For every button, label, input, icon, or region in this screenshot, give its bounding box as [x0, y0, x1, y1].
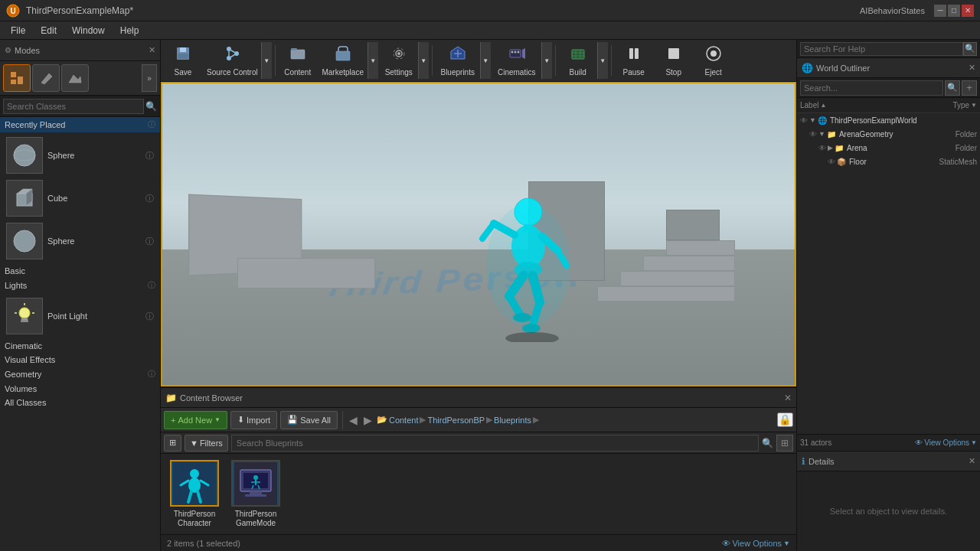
- cinematics-icon: [508, 45, 525, 67]
- forward-button[interactable]: ▶: [362, 414, 374, 426]
- marketplace-button[interactable]: Marketplace: [318, 42, 368, 79]
- source-control-button[interactable]: Source Control: [204, 42, 261, 79]
- content-browser-toolbar: + Add New ▼ ⬇ Import 💾 Save All ◀ ▶ 📂 C: [161, 408, 796, 432]
- basic-category[interactable]: Basic: [0, 264, 160, 278]
- wo-arena-geo-type: Folder: [916, 130, 977, 139]
- modes-close-button[interactable]: ✕: [149, 45, 155, 55]
- wo-type-column[interactable]: Type ▼: [916, 101, 977, 109]
- expand-icon-world[interactable]: ▼: [809, 116, 816, 124]
- view-toggle-icon: ⊞: [169, 438, 176, 448]
- cinematics-arrow[interactable]: ▼: [541, 42, 552, 79]
- cinematic-category[interactable]: Cinematic: [0, 339, 160, 353]
- geometry-category[interactable]: Geometry ⓘ: [0, 367, 160, 382]
- world-outliner-search-input[interactable]: [800, 80, 943, 96]
- world-outliner-columns: Label ▲ Type ▼: [797, 98, 980, 113]
- search-classes-input[interactable]: [3, 99, 144, 114]
- path-content[interactable]: Content: [389, 416, 419, 425]
- placement-mode-button[interactable]: [3, 64, 31, 92]
- expand-icon-arena[interactable]: ▶: [828, 144, 833, 152]
- recently-placed-category[interactable]: Recently Placed ⓘ: [0, 117, 160, 132]
- volumes-category[interactable]: Volumes: [0, 382, 160, 396]
- sphere2-info-icon[interactable]: ⓘ: [145, 236, 154, 247]
- lights-category[interactable]: Lights ⓘ: [0, 278, 160, 293]
- placement-item-light[interactable]: Point Light ⓘ: [3, 296, 157, 336]
- placement-item-sphere[interactable]: Sphere ⓘ: [3, 135, 157, 175]
- minimize-button[interactable]: ─: [934, 5, 946, 17]
- asset-third-person-character[interactable]: ThirdPerson Character: [167, 460, 222, 528]
- svg-rect-4: [11, 72, 16, 77]
- build-arrow[interactable]: ▼: [597, 42, 608, 79]
- maximize-button[interactable]: □: [948, 5, 960, 17]
- viewport[interactable]: Third Person: [161, 82, 796, 386]
- visual-effects-category[interactable]: Visual Effects: [0, 353, 160, 367]
- cube-info-icon[interactable]: ⓘ: [145, 193, 154, 204]
- light-info-icon[interactable]: ⓘ: [145, 311, 154, 322]
- modes-expand-button[interactable]: »: [142, 64, 157, 92]
- vis-eye-icon-floor: 👁: [828, 158, 835, 166]
- menu-window[interactable]: Window: [64, 24, 113, 37]
- svg-rect-74: [245, 494, 266, 497]
- window-controls[interactable]: ─ □ ✕: [934, 5, 974, 17]
- placement-item-cube[interactable]: Cube ⓘ: [3, 178, 157, 218]
- expand-icon-arena-geo[interactable]: ▼: [818, 130, 825, 138]
- menu-edit[interactable]: Edit: [33, 24, 64, 37]
- details-body: Select an object to view details.: [797, 471, 980, 551]
- marketplace-group: Marketplace ▼: [318, 42, 378, 79]
- menu-help[interactable]: Help: [113, 24, 147, 37]
- content-browser-close-button[interactable]: ✕: [784, 393, 792, 403]
- save-button[interactable]: Save: [164, 42, 202, 79]
- settings-arrow[interactable]: ▼: [418, 42, 429, 79]
- save-all-button[interactable]: 💾 Save All: [280, 411, 338, 429]
- wo-row-world[interactable]: 👁 ▼ 🌐 ThirdPersonExamplWorld: [797, 113, 980, 127]
- content-button[interactable]: Content: [279, 42, 317, 79]
- help-search-input[interactable]: [800, 42, 963, 56]
- lock-button[interactable]: 🔒: [777, 412, 793, 427]
- cb-view-options-button[interactable]: 👁 View Options ▼: [722, 539, 790, 548]
- close-button[interactable]: ✕: [962, 5, 974, 17]
- marketplace-arrow[interactable]: ▼: [368, 42, 378, 79]
- build-button[interactable]: Build: [559, 42, 597, 79]
- content-browser-icon: 📁: [165, 393, 177, 403]
- search-classes-bar: 🔍: [0, 96, 160, 117]
- help-search-button[interactable]: 🔍: [963, 42, 977, 56]
- stop-button[interactable]: Stop: [655, 42, 693, 79]
- paint-mode-button[interactable]: [32, 64, 60, 92]
- wo-world-label: ThirdPersonExamplWorld: [830, 116, 917, 125]
- wo-row-arena[interactable]: 👁 ▶ 📁 Arena Folder: [797, 141, 980, 155]
- eject-button[interactable]: Eject: [694, 42, 733, 79]
- menu-file[interactable]: File: [3, 24, 33, 37]
- all-classes-category[interactable]: All Classes: [0, 396, 160, 409]
- settings-button[interactable]: Settings: [380, 42, 418, 79]
- wo-view-options-button[interactable]: 👁 View Options ▼: [915, 439, 977, 447]
- content-browser-search-input[interactable]: [231, 435, 759, 452]
- cb-view-settings-button[interactable]: ⊞: [776, 435, 793, 452]
- asset-third-person-gamemode[interactable]: ThirdPerson GameMode: [228, 460, 283, 528]
- svg-point-47: [710, 51, 717, 57]
- blueprints-button[interactable]: Blueprints: [436, 42, 480, 79]
- wo-row-floor[interactable]: 👁 📦 Floor StaticMesh: [797, 155, 980, 168]
- wo-add-button[interactable]: +: [962, 80, 977, 96]
- import-button[interactable]: ⬇ Import: [230, 411, 277, 429]
- wo-row-arena-geo[interactable]: 👁 ▼ 📁 ArenaGeometry Folder: [797, 127, 980, 141]
- landscape-mode-button[interactable]: [61, 64, 89, 92]
- path-third-person-bp[interactable]: ThirdPersonBP: [427, 416, 485, 425]
- cinematics-button[interactable]: Cinematics: [492, 42, 541, 79]
- add-new-button[interactable]: + Add New ▼: [164, 411, 227, 429]
- wo-label-column[interactable]: Label ▲: [800, 101, 916, 109]
- details-title: Details: [808, 457, 969, 466]
- filters-button[interactable]: ▼ Filters: [185, 435, 228, 452]
- svg-point-6: [14, 145, 35, 166]
- sphere-info-icon[interactable]: ⓘ: [145, 150, 154, 161]
- view-toggle-button[interactable]: ⊞: [164, 435, 181, 452]
- svg-point-37: [517, 51, 519, 53]
- details-close-button[interactable]: ✕: [969, 456, 975, 466]
- wo-search-button[interactable]: 🔍: [945, 80, 960, 96]
- path-blueprints[interactable]: Blueprints: [494, 416, 531, 425]
- wo-close-button[interactable]: ✕: [969, 63, 975, 73]
- placement-item-sphere2[interactable]: Sphere ⓘ: [3, 221, 157, 261]
- pause-button[interactable]: Pause: [615, 42, 653, 79]
- source-control-arrow[interactable]: ▼: [261, 42, 272, 79]
- build-group: Build ▼: [559, 42, 608, 79]
- back-button[interactable]: ◀: [348, 414, 359, 426]
- blueprints-arrow[interactable]: ▼: [480, 42, 491, 79]
